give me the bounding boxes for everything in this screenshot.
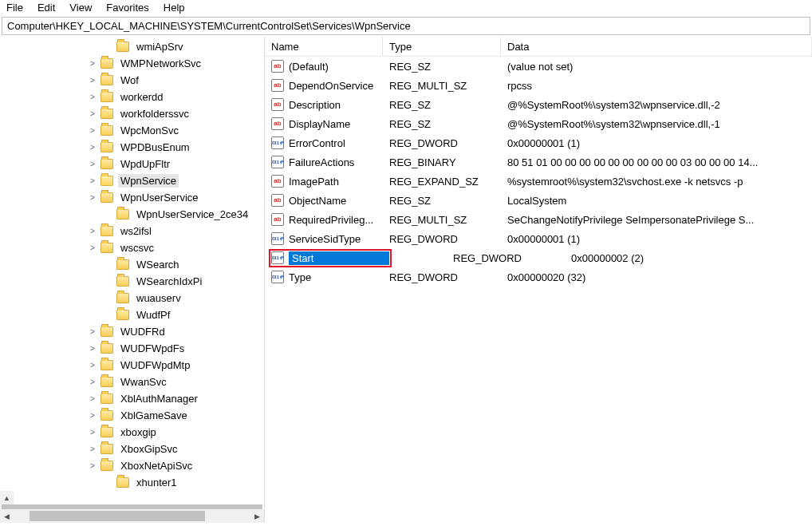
- expander-icon[interactable]: >: [88, 109, 97, 119]
- value-type: REG_SZ: [389, 61, 507, 73]
- tree-item-wpnuserservice_2ce34[interactable]: WpnUserService_2ce34: [0, 206, 264, 223]
- tree-item-xboxnetapisvc[interactable]: >XboxNetApiSvc: [0, 457, 264, 474]
- menu-file[interactable]: File: [6, 2, 23, 14]
- tree-pane: wmiApSrv>WMPNetworkSvc>Wof>workerdd>work…: [0, 37, 265, 523]
- tree-item-xboxgipsvc[interactable]: >XboxGipSvc: [0, 441, 264, 457]
- tree-item-wmiapsrv[interactable]: wmiApSrv: [0, 38, 264, 55]
- tree-item-label: WUDFWpdFs: [118, 342, 187, 355]
- address-bar[interactable]: Computer\HKEY_LOCAL_MACHINE\SYSTEM\Curre…: [2, 17, 810, 35]
- tree-item-label: xhunter1: [134, 476, 179, 489]
- folder-icon: [101, 410, 113, 421]
- tree-item-wpcmonsvc[interactable]: >WpcMonSvc: [0, 122, 264, 139]
- column-header-type[interactable]: Type: [383, 37, 501, 56]
- value-row-start[interactable]: StartREG_DWORD0x00000002 (2): [265, 248, 812, 267]
- value-row-servicesidtype[interactable]: ServiceSidTypeREG_DWORD0x00000001 (1): [265, 229, 812, 248]
- binary-value-icon: [271, 251, 284, 264]
- column-header-name[interactable]: Name: [265, 37, 383, 56]
- expander-icon[interactable]: >: [88, 93, 97, 102]
- scroll-right-arrow-icon[interactable]: ▶: [250, 509, 264, 523]
- value-type: REG_DWORD: [389, 233, 507, 245]
- tree-item-wudfrd[interactable]: >WUDFRd: [0, 323, 264, 340]
- expander-icon[interactable]: >: [88, 59, 97, 69]
- scroll-track[interactable]: [14, 509, 250, 523]
- expander-icon[interactable]: >: [88, 143, 97, 152]
- tree-item-wuauserv[interactable]: wuauserv: [0, 290, 264, 307]
- tree-item-wpnuserservice[interactable]: >WpnUserService: [0, 189, 264, 206]
- expander-icon[interactable]: >: [88, 428, 97, 437]
- folder-icon: [101, 360, 113, 370]
- tree-item-ws2ifsl[interactable]: >ws2ifsl: [0, 223, 264, 239]
- string-value-icon: [271, 175, 284, 188]
- tree-item-label: XblAuthManager: [118, 392, 200, 405]
- expander-icon[interactable]: >: [88, 176, 97, 186]
- value-data: 0x00000020 (32): [507, 271, 812, 283]
- tree-item-wof[interactable]: >Wof: [0, 72, 264, 89]
- tree-item-wpdupfltr[interactable]: >WpdUpFltr: [0, 156, 264, 172]
- menu-help[interactable]: Help: [164, 2, 185, 14]
- column-header-data[interactable]: Data: [501, 37, 812, 56]
- value-row-default[interactable]: (Default)REG_SZ(value not set): [265, 57, 812, 76]
- value-row-objectname[interactable]: ObjectNameREG_SZLocalSystem: [265, 191, 812, 210]
- expander-icon[interactable]: >: [88, 160, 97, 169]
- expander-icon[interactable]: >: [88, 461, 97, 471]
- string-value-icon: [271, 60, 284, 73]
- value-row-failureactions[interactable]: FailureActionsREG_BINARY80 51 01 00 00 0…: [265, 152, 812, 172]
- value-row-imagepath[interactable]: ImagePathREG_EXPAND_SZ%systemroot%\syste…: [265, 172, 812, 191]
- expander-icon[interactable]: >: [88, 227, 97, 236]
- value-row-requiredprivileg[interactable]: RequiredPrivileg...REG_MULTI_SZSeChangeN…: [265, 210, 812, 229]
- string-value-icon: [271, 79, 284, 92]
- tree-item-wscsvc[interactable]: >wscsvc: [0, 239, 264, 256]
- value-name: RequiredPrivileg...: [289, 214, 389, 226]
- tree-item-wwansvc[interactable]: >WwanSvc: [0, 374, 264, 390]
- value-name: ObjectName: [289, 195, 389, 207]
- tree-item-wsearch[interactable]: WSearch: [0, 256, 264, 273]
- tree-item-wsearchidxpi[interactable]: WSearchIdxPi: [0, 273, 264, 290]
- value-row-type[interactable]: TypeREG_DWORD0x00000020 (32): [265, 267, 812, 287]
- binary-value-icon: [271, 271, 284, 283]
- menu-view[interactable]: View: [69, 2, 92, 14]
- value-type: REG_SZ: [389, 118, 507, 130]
- tree-item-xboxgip[interactable]: >xboxgip: [0, 424, 264, 441]
- expander-icon[interactable]: >: [88, 361, 97, 370]
- value-row-description[interactable]: DescriptionREG_SZ@%SystemRoot%\system32\…: [265, 95, 812, 114]
- value-row-displayname[interactable]: DisplayNameREG_SZ@%SystemRoot%\system32\…: [265, 114, 812, 133]
- folder-icon: [116, 42, 129, 52]
- expander-icon[interactable]: >: [88, 76, 97, 85]
- tree-horizontal-scrollbar[interactable]: ◀ ▶: [0, 509, 264, 523]
- tree-item-wudfwpdfs[interactable]: >WUDFWpdFs: [0, 340, 264, 357]
- tree-item-wudfwpdmtp[interactable]: >WUDFWpdMtp: [0, 357, 264, 374]
- tree-item-wpnservice[interactable]: >WpnService: [0, 172, 264, 189]
- tree-item-xblgamesave[interactable]: >XblGameSave: [0, 407, 264, 424]
- value-data: %systemroot%\system32\svchost.exe -k net…: [507, 176, 812, 188]
- folder-icon: [101, 461, 113, 471]
- tree-item-wmpnetworksvc[interactable]: >WMPNetworkSvc: [0, 55, 264, 72]
- tree-item-xhunter1[interactable]: xhunter1: [0, 474, 264, 491]
- folder-icon: [101, 58, 113, 69]
- tree-item-workfolderssvc[interactable]: >workfolderssvc: [0, 105, 264, 122]
- expander-icon[interactable]: >: [88, 243, 97, 253]
- scroll-left-arrow-icon[interactable]: ◀: [0, 509, 14, 523]
- expander-icon[interactable]: >: [88, 126, 97, 136]
- tree-item-wpdbusenum[interactable]: >WPDBusEnum: [0, 139, 264, 156]
- value-row-errorcontrol[interactable]: ErrorControlREG_DWORD0x00000001 (1): [265, 133, 812, 152]
- tree-item-workerdd[interactable]: >workerdd: [0, 89, 264, 105]
- menu-favorites[interactable]: Favorites: [106, 2, 148, 14]
- expander-icon[interactable]: >: [88, 344, 97, 354]
- value-name: DependOnService: [289, 80, 389, 92]
- value-row-dependonservice[interactable]: DependOnServiceREG_MULTI_SZrpcss: [265, 76, 812, 95]
- expander-icon[interactable]: >: [88, 193, 97, 203]
- scroll-thumb[interactable]: [30, 511, 205, 521]
- expander-icon[interactable]: >: [88, 327, 97, 337]
- scroll-up-arrow-icon[interactable]: ▲: [0, 491, 14, 504]
- expander-icon[interactable]: >: [88, 445, 97, 454]
- binary-value-icon: [271, 156, 284, 168]
- folder-icon: [101, 159, 113, 169]
- expander-icon[interactable]: >: [88, 378, 97, 387]
- expander-icon[interactable]: >: [88, 411, 97, 421]
- expander-icon[interactable]: >: [88, 394, 97, 404]
- value-name: ImagePath: [289, 176, 389, 188]
- tree-item-xblauthmanager[interactable]: >XblAuthManager: [0, 390, 264, 407]
- tree-vertical-scrollbar[interactable]: ▲ ▼: [0, 491, 264, 509]
- tree-item-wudfpf[interactable]: WudfPf: [0, 307, 264, 323]
- menu-edit[interactable]: Edit: [37, 2, 55, 14]
